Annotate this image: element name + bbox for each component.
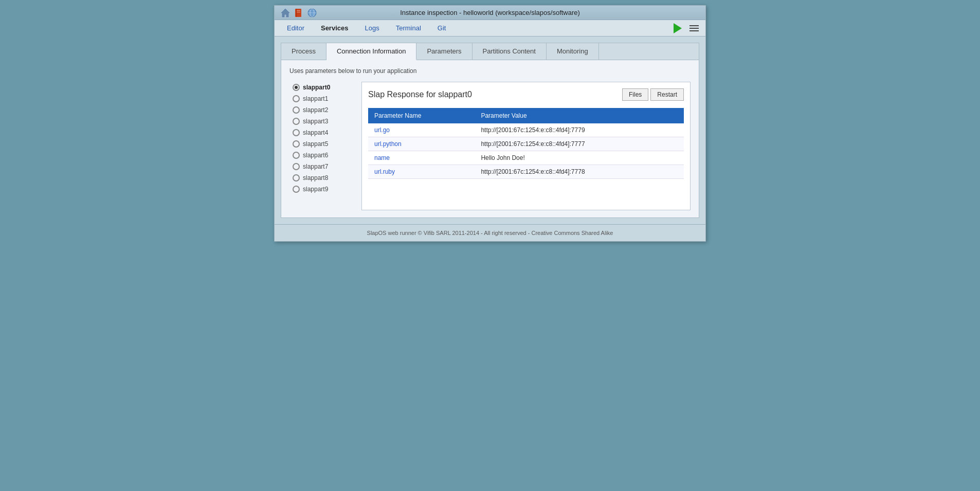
home-icon[interactable] — [280, 7, 291, 19]
table-row: nameHello John Doe! — [368, 151, 684, 165]
radio-slappart9 — [293, 186, 300, 193]
svg-rect-1 — [295, 9, 301, 17]
radio-slappart0 — [293, 84, 300, 91]
tab-connection-information[interactable]: Connection Information — [326, 43, 416, 60]
hamburger-line-1 — [689, 25, 699, 26]
part-label-slappart4: slappart4 — [303, 129, 328, 136]
hamburger-line-2 — [689, 28, 699, 29]
nav-tab-logs[interactable]: Logs — [356, 20, 387, 36]
footer: SlapOS web runner © Vifib SARL 2011-2014… — [275, 224, 705, 241]
svg-marker-0 — [281, 9, 289, 17]
part-label-slappart6: slappart6 — [303, 152, 328, 159]
part-label-slappart7: slappart7 — [303, 163, 328, 170]
split-layout: slappart0 slappart1 slappart2 slapp — [289, 82, 691, 210]
table-row: url.rubyhttp://[2001:67c:1254:e:c8::4fd4… — [368, 165, 684, 179]
slap-header: Slap Response for slappart0 Files Restar… — [368, 88, 684, 101]
title-bar: Instance inspection - helloworld (worksp… — [275, 6, 705, 20]
part-item-slappart7[interactable]: slappart7 — [289, 161, 357, 172]
param-name-cell[interactable]: url.ruby — [368, 165, 475, 179]
table-row: url.gohttp://[2001:67c:1254:e:c8::4fd4]:… — [368, 123, 684, 137]
part-item-slappart8[interactable]: slappart8 — [289, 172, 357, 184]
svg-rect-2 — [296, 9, 297, 17]
window-title: Instance inspection - helloworld (worksp… — [400, 9, 580, 16]
nav-bar: Editor Services Logs Terminal Git — [275, 20, 705, 37]
part-label-slappart9: slappart9 — [303, 186, 328, 193]
book-icon[interactable] — [293, 7, 304, 19]
col-param-name: Parameter Name — [368, 108, 475, 123]
part-item-slappart5[interactable]: slappart5 — [289, 138, 357, 150]
part-label-slappart3: slappart3 — [303, 118, 328, 125]
param-table: Parameter Name Parameter Value url.gohtt… — [368, 108, 684, 179]
nav-tab-editor[interactable]: Editor — [279, 20, 313, 36]
hamburger-line-3 — [689, 30, 699, 31]
param-name-cell[interactable]: name — [368, 151, 475, 165]
param-value-cell: http://[2001:67c:1254:e:c8::4fd4]:7778 — [475, 165, 684, 179]
radio-slappart6 — [293, 152, 300, 159]
param-value-cell: http://[2001:67c:1254:e:c8::4fd4]:7779 — [475, 123, 684, 137]
param-value-cell: http://[2001:67c:1254:e:c8::4fd4]:7777 — [475, 137, 684, 151]
table-row: url.pythonhttp://[2001:67c:1254:e:c8::4f… — [368, 137, 684, 151]
part-label-slappart5: slappart5 — [303, 140, 328, 148]
nav-tab-services[interactable]: Services — [313, 20, 357, 36]
part-item-slappart3[interactable]: slappart3 — [289, 116, 357, 127]
tab-process[interactable]: Process — [281, 43, 326, 60]
part-list: slappart0 slappart1 slappart2 slapp — [289, 82, 361, 210]
part-item-slappart6[interactable]: slappart6 — [289, 150, 357, 161]
svg-rect-3 — [297, 10, 300, 11]
param-value-cell: Hello John Doe! — [475, 151, 684, 165]
main-window: Instance inspection - helloworld (worksp… — [274, 5, 706, 242]
radio-slappart4 — [293, 129, 300, 136]
description-text: Uses parameters below to run your applic… — [289, 67, 691, 75]
radio-slappart2 — [293, 106, 300, 114]
part-item-slappart2[interactable]: slappart2 — [289, 104, 357, 116]
play-icon — [674, 23, 682, 33]
nav-tab-git[interactable]: Git — [429, 20, 455, 36]
part-label-slappart2: slappart2 — [303, 106, 328, 114]
radio-slappart7 — [293, 163, 300, 170]
col-param-value: Parameter Value — [475, 108, 684, 123]
main-panel: Process Connection Information Parameter… — [281, 43, 699, 218]
part-label-slappart0: slappart0 — [303, 84, 330, 91]
part-label-slappart1: slappart1 — [303, 95, 328, 102]
slap-buttons: Files Restart — [622, 88, 684, 101]
tab-partitions-content[interactable]: Partitions Content — [473, 43, 547, 60]
param-name-cell[interactable]: url.go — [368, 123, 475, 137]
tab-monitoring[interactable]: Monitoring — [547, 43, 599, 60]
globe-icon[interactable] — [306, 7, 318, 19]
right-panel: Slap Response for slappart0 Files Restar… — [361, 82, 691, 210]
footer-text: SlapOS web runner © Vifib SARL 2011-2014… — [367, 230, 613, 236]
slap-response-title: Slap Response for slappart0 — [368, 90, 472, 99]
part-item-slappart0[interactable]: slappart0 — [289, 82, 357, 93]
title-bar-icons — [280, 7, 318, 19]
part-item-slappart9[interactable]: slappart9 — [289, 184, 357, 195]
files-button[interactable]: Files — [622, 88, 648, 101]
content-area: Process Connection Information Parameter… — [275, 37, 705, 224]
radio-slappart3 — [293, 118, 300, 125]
tab-parameters[interactable]: Parameters — [416, 43, 472, 60]
radio-slappart1 — [293, 95, 300, 102]
table-header-row: Parameter Name Parameter Value — [368, 108, 684, 123]
restart-button[interactable]: Restart — [650, 88, 684, 101]
param-name-cell[interactable]: url.python — [368, 137, 475, 151]
radio-slappart5 — [293, 140, 300, 148]
part-label-slappart8: slappart8 — [303, 174, 328, 181]
run-button[interactable] — [670, 21, 685, 35]
svg-rect-4 — [297, 12, 300, 12]
tab-bar: Process Connection Information Parameter… — [281, 43, 699, 60]
part-item-slappart4[interactable]: slappart4 — [289, 127, 357, 138]
panel-body: Uses parameters below to run your applic… — [281, 60, 699, 217]
radio-slappart8 — [293, 174, 300, 181]
menu-button[interactable] — [687, 21, 701, 35]
nav-tab-terminal[interactable]: Terminal — [388, 20, 429, 36]
part-item-slappart1[interactable]: slappart1 — [289, 93, 357, 104]
